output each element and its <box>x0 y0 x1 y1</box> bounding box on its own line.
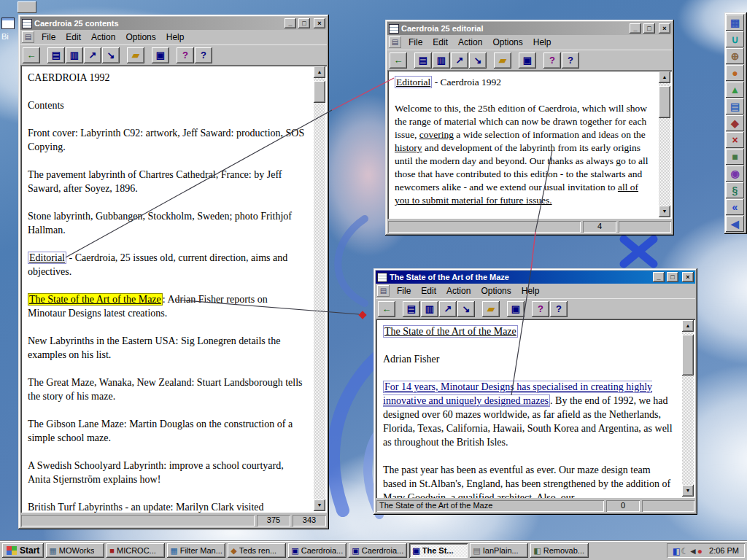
help-icon[interactable]: ? <box>532 301 549 317</box>
taskbar-button[interactable]: ▣Caerdroia... <box>288 543 347 558</box>
menu-action[interactable]: Action <box>441 284 476 298</box>
alert-icon[interactable]: ● <box>697 546 703 556</box>
close-button[interactable]: × <box>659 23 670 34</box>
taskbar-button[interactable]: ▣The St... <box>409 543 468 558</box>
context-help-icon[interactable]: ? <box>195 47 212 63</box>
vertical-scrollbar[interactable]: ▲ ▼ <box>682 320 694 497</box>
link-back-icon[interactable]: ↘ <box>457 301 475 317</box>
app-icon-6[interactable]: ▤ <box>726 98 744 114</box>
titlebar[interactable]: Caerdroia 25 contents _ □ × <box>20 17 327 30</box>
menu-options[interactable]: Options <box>487 36 527 49</box>
link-back-icon[interactable]: ↘ <box>469 52 487 69</box>
menu-options[interactable]: Options <box>120 31 160 44</box>
menu-edit[interactable]: Edit <box>416 284 441 298</box>
context-help-icon[interactable]: ? <box>562 52 579 69</box>
copy-page-icon[interactable]: ▣ <box>519 52 536 69</box>
taskbar-button[interactable]: ◆Teds ren... <box>228 543 286 558</box>
app-icon-12[interactable]: « <box>726 199 744 215</box>
app-icon-4[interactable]: ● <box>726 65 744 81</box>
duplicate-document-icon[interactable]: ▥ <box>66 47 83 63</box>
hyperlink[interactable]: Editorial <box>395 76 432 88</box>
scrollbar-thumb[interactable] <box>314 81 325 103</box>
copy-document-icon[interactable]: ▤ <box>47 47 65 63</box>
scrollbar-track[interactable] <box>659 83 670 206</box>
scroll-down-button[interactable]: ▼ <box>314 499 325 511</box>
scrollbar-track[interactable] <box>682 332 694 485</box>
help-icon[interactable]: ? <box>543 52 561 69</box>
minimize-button[interactable]: _ <box>285 18 296 28</box>
scroll-up-button[interactable]: ▲ <box>314 66 325 78</box>
maximize-button[interactable]: □ <box>298 18 310 28</box>
hyperlink[interactable]: The State of the Art of the Maze <box>28 293 163 306</box>
close-button[interactable]: × <box>682 272 694 282</box>
minimize-button[interactable]: _ <box>653 272 665 282</box>
menu-options[interactable]: Options <box>476 284 516 298</box>
menu-action[interactable]: Action <box>453 36 487 49</box>
link-back-icon[interactable]: ↘ <box>102 47 120 63</box>
app-icon-5[interactable]: ▲ <box>726 82 744 98</box>
app-icon-3[interactable]: ⊕ <box>726 48 744 64</box>
scroll-up-button[interactable]: ▲ <box>682 320 694 332</box>
taskbar-button[interactable]: ■MICROC... <box>107 543 165 558</box>
copy-document-icon[interactable]: ▤ <box>414 52 432 69</box>
app-icon-13[interactable]: ◀ <box>726 216 744 232</box>
copy-page-icon[interactable]: ▣ <box>507 301 525 317</box>
network-status-icon[interactable]: ◧ <box>673 546 681 556</box>
app-icon-2[interactable]: ∪ <box>726 31 744 47</box>
app-icon-10[interactable]: ◉ <box>726 166 744 182</box>
context-help-icon[interactable]: ? <box>550 301 568 317</box>
scroll-down-button[interactable]: ▼ <box>682 485 694 497</box>
menu-edit[interactable]: Edit <box>427 36 453 49</box>
menu-action[interactable]: Action <box>86 31 120 44</box>
vertical-scrollbar[interactable]: ▲ ▼ <box>659 71 670 217</box>
vertical-scrollbar[interactable]: ▲ ▼ <box>314 66 325 511</box>
taskbar-button[interactable]: ▣Caerdroia... <box>349 543 407 558</box>
open-folder-icon[interactable]: ▰ <box>127 47 144 63</box>
text-run[interactable]: history <box>395 142 422 153</box>
duplicate-document-icon[interactable]: ▥ <box>433 52 450 69</box>
clock[interactable]: 2:06 PM <box>706 546 739 555</box>
link-forward-icon[interactable]: ↗ <box>84 47 101 63</box>
maximize-button[interactable]: □ <box>667 272 678 282</box>
taskbar-button[interactable]: ▤IanPlain... <box>470 543 528 558</box>
taskbar-button[interactable]: ▦Filter Man... <box>167 543 225 558</box>
text-run[interactable]: covering <box>419 129 454 140</box>
app-icon-1[interactable]: ▦ <box>726 15 744 31</box>
scroll-up-button[interactable]: ▲ <box>659 71 670 83</box>
open-folder-icon[interactable]: ▰ <box>494 52 511 69</box>
titlebar[interactable]: The State of the Art of the Maze _ □ × <box>376 271 695 284</box>
open-folder-icon[interactable]: ▰ <box>482 301 500 317</box>
menu-file[interactable]: File <box>36 31 61 44</box>
app-icon-7[interactable]: ◆ <box>726 115 744 131</box>
scrollbar-track[interactable] <box>314 78 325 499</box>
back-icon[interactable]: ← <box>23 47 40 63</box>
duplicate-document-icon[interactable]: ▥ <box>421 301 438 317</box>
hyperlink[interactable]: Editorial <box>28 252 66 264</box>
hyperlink[interactable]: The State of the Art of the Maze <box>383 325 518 338</box>
close-button[interactable]: × <box>314 18 325 28</box>
link-forward-icon[interactable]: ↗ <box>451 52 468 69</box>
taskbar-button[interactable]: ◧Removab... <box>530 543 589 558</box>
scrollbar-thumb[interactable] <box>682 335 694 376</box>
menu-file[interactable]: File <box>392 284 416 298</box>
app-icon-8[interactable]: × <box>726 132 744 148</box>
scroll-down-button[interactable]: ▼ <box>659 206 670 217</box>
minimize-button[interactable]: _ <box>630 23 641 34</box>
volume-icon[interactable]: ◄ <box>689 546 697 556</box>
menu-edit[interactable]: Edit <box>61 31 86 44</box>
titlebar[interactable]: Caerdroia 25 editorial _ □ × <box>387 22 672 35</box>
link-forward-icon[interactable]: ↗ <box>439 301 457 317</box>
maximize-button[interactable]: □ <box>643 23 655 34</box>
copy-page-icon[interactable]: ▣ <box>152 47 169 63</box>
menu-help[interactable]: Help <box>516 284 545 298</box>
taskbar-button[interactable]: ▦MOWorks <box>46 543 104 558</box>
menu-help[interactable]: Help <box>161 31 190 44</box>
moon-icon[interactable]: ☾ <box>681 546 689 556</box>
app-icon-9[interactable]: ■ <box>726 149 744 165</box>
copy-document-icon[interactable]: ▤ <box>403 301 420 317</box>
start-button[interactable]: Start <box>2 543 44 558</box>
app-icon-11[interactable]: § <box>726 182 744 198</box>
back-icon[interactable]: ← <box>378 301 395 317</box>
back-icon[interactable]: ← <box>390 52 407 69</box>
menu-file[interactable]: File <box>403 36 427 49</box>
